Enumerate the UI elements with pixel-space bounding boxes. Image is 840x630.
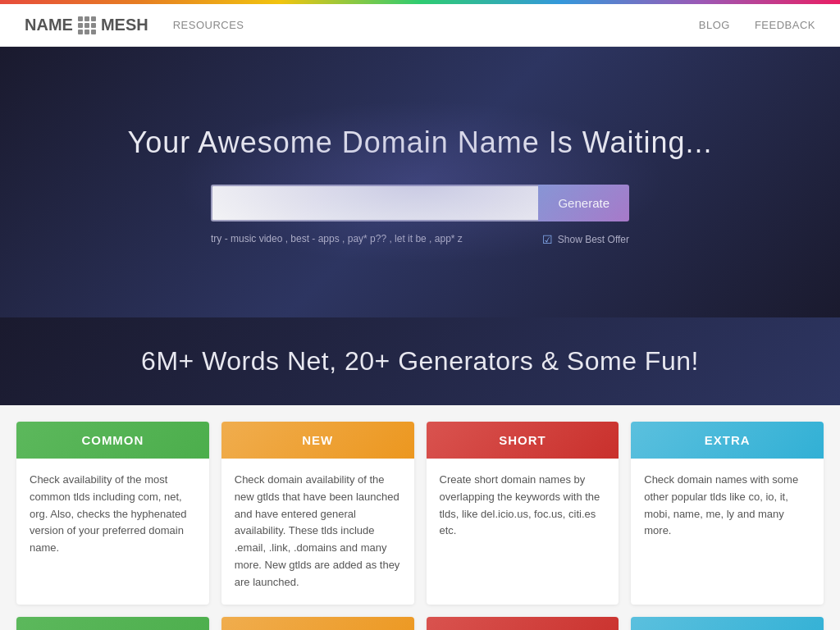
card-seo[interactable]: SEO Preserve the main keywords entered i… — [221, 617, 414, 630]
logo-mesh-text: MESH — [101, 16, 148, 34]
search-hints: try - music video , best - apps , pay* p… — [211, 231, 629, 247]
card-header-fun: FUN — [427, 617, 619, 630]
logo-name-text: NAME — [25, 16, 73, 34]
card-body-new: Check domain availability of the new gtl… — [221, 459, 414, 605]
navbar-left: NAME MESH RESOURCES — [25, 16, 244, 34]
nav-blog-link[interactable]: BLOG — [699, 19, 730, 31]
card-header-extra: EXTRA — [631, 422, 824, 459]
card-common[interactable]: COMMON Check availability of the most co… — [16, 422, 209, 605]
nav-feedback-link[interactable]: FEEDBACK — [755, 19, 815, 31]
hero-headline: Your Awesome Domain Name Is Waiting... — [128, 126, 713, 160]
card-body-common: Check availability of the most common tl… — [16, 459, 209, 570]
logo-grid-icon — [78, 16, 96, 34]
search-box: Generate — [211, 185, 629, 221]
card-header-common: COMMON — [16, 422, 209, 459]
card-header-short: SHORT — [427, 422, 619, 459]
nav-resources-link[interactable]: RESOURCES — [173, 19, 244, 31]
tagline-text: 6M+ Words Net, 20+ Generators & Some Fun… — [16, 346, 824, 377]
hero-section: Your Awesome Domain Name Is Waiting... G… — [0, 47, 840, 317]
card-new[interactable]: NEW Check domain availability of the new… — [221, 422, 414, 605]
card-header-mix: MIX — [631, 617, 824, 630]
card-mix[interactable]: MIX Generate domains by mixing in other … — [631, 617, 824, 630]
navbar: NAME MESH RESOURCES BLOG FEEDBACK — [0, 4, 840, 47]
logo-link[interactable]: NAME MESH — [25, 16, 148, 34]
card-short[interactable]: SHORT Create short domain names by overl… — [427, 422, 619, 605]
card-header-seo: SEO — [221, 617, 414, 630]
card-body-short: Create short domain names by overlapping… — [427, 459, 619, 553]
navbar-right: BLOG FEEDBACK — [699, 19, 815, 31]
card-header-similar: SIMILAR — [16, 617, 209, 630]
card-fun[interactable]: FUN Use various techniques to smartly mo… — [427, 617, 619, 630]
best-offer-label: Show Best Offer — [558, 234, 629, 245]
hints-text: try - music video , best - apps , pay* p… — [211, 231, 463, 247]
card-body-extra: Check domain names with some other popul… — [631, 459, 824, 553]
tagline-section: 6M+ Words Net, 20+ Generators & Some Fun… — [0, 317, 840, 405]
checkbox-icon: ☑ — [542, 233, 553, 246]
card-extra[interactable]: EXTRA Check domain names with some other… — [631, 422, 824, 605]
generate-button[interactable]: Generate — [538, 185, 629, 221]
card-header-new: NEW — [221, 422, 414, 459]
cards-section: COMMON Check availability of the most co… — [0, 405, 840, 630]
search-input[interactable] — [211, 185, 538, 221]
card-similar[interactable]: SIMILAR Generate the common alternatives… — [16, 617, 209, 630]
best-offer-toggle[interactable]: ☑ Show Best Offer — [542, 233, 629, 246]
